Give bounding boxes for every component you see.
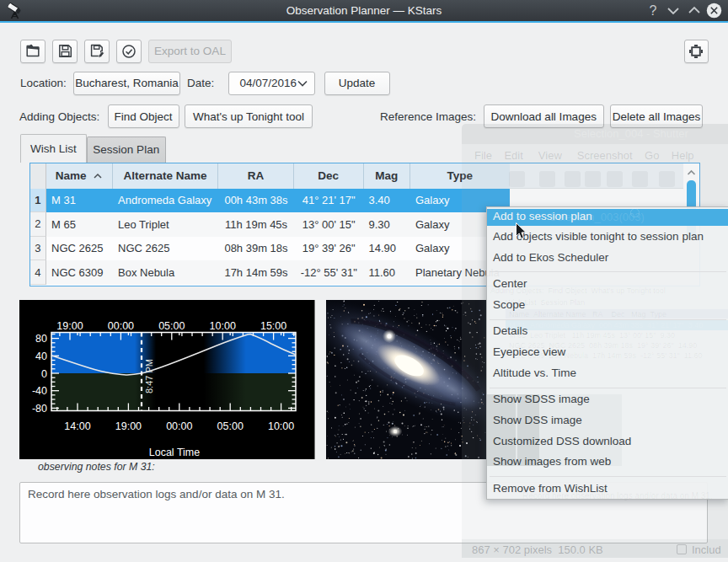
- svg-text:00:00: 00:00: [108, 320, 134, 332]
- svg-text:15:00: 15:00: [260, 320, 286, 332]
- svg-text:05:00: 05:00: [158, 320, 185, 332]
- svg-text:00:00: 00:00: [166, 420, 192, 432]
- svg-text:19:00: 19:00: [115, 420, 142, 432]
- svg-text:-80: -80: [32, 403, 47, 415]
- svg-text:8:47 PM: 8:47 PM: [144, 359, 154, 393]
- svg-text:10:00: 10:00: [210, 320, 236, 332]
- svg-text:40: 40: [35, 351, 47, 362]
- svg-text:10:00: 10:00: [268, 420, 294, 432]
- svg-text:80: 80: [35, 333, 47, 345]
- svg-text:-40: -40: [32, 385, 47, 397]
- svg-text:05:00: 05:00: [217, 420, 244, 432]
- svg-text:19:00: 19:00: [56, 320, 83, 332]
- svg-text:Local Time: Local Time: [149, 447, 200, 458]
- svg-text:0: 0: [41, 368, 47, 380]
- svg-text:14:00: 14:00: [64, 420, 90, 432]
